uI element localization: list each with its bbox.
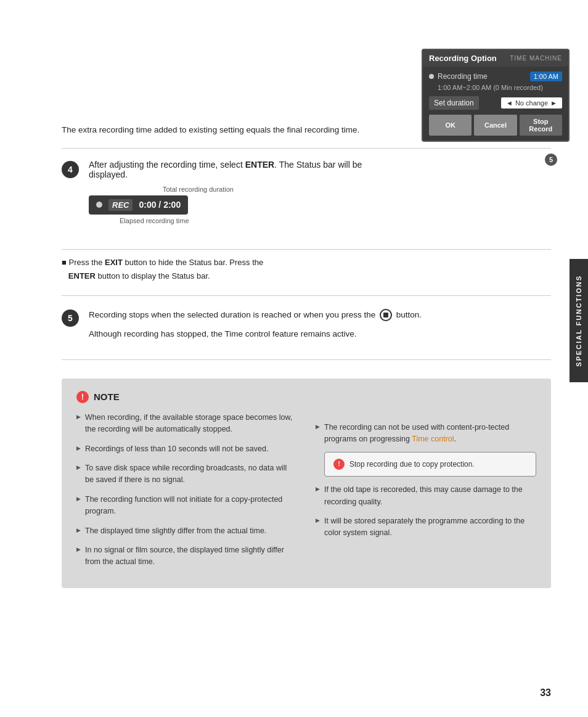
step5-line1: Recording stops when the selected durati… — [89, 308, 551, 322]
step-4-number: 4 — [62, 161, 79, 178]
page-number: 33 — [540, 687, 551, 699]
stop-warning-icon: ! — [333, 459, 345, 470]
status-bar-area: Total recording duration REC 0:00 / 2:00… — [89, 186, 397, 224]
cancel-button[interactable]: Cancel — [474, 115, 517, 136]
note-item-2: Recordings of less than 10 seconds will … — [76, 443, 297, 455]
note-item-6: In no signal or film source, the display… — [76, 544, 297, 568]
dialog-set-duration: Set duration ◄ No change ► — [429, 96, 562, 110]
note-left-list: When recording, if the available storage… — [76, 412, 297, 568]
note-right-item-1: The recording can not be used with conte… — [316, 422, 536, 477]
dialog-recording-time-row: Recording time 1:00 AM — [429, 72, 562, 81]
exit-note: ■ Press the EXIT button to hide the Stat… — [62, 256, 551, 296]
dialog-buttons: OK Cancel Stop Record — [429, 115, 562, 136]
note-icon: ! — [76, 391, 89, 403]
note-item-4: The recording function will not initiate… — [76, 494, 297, 518]
rec-label: REC — [108, 199, 133, 211]
note-right-list: The recording can not be used with conte… — [316, 422, 536, 539]
note-item-5: The displayed time slightly differ from … — [76, 525, 297, 537]
dialog-circle-badge: 5 — [545, 154, 557, 166]
page-container: SPECIAL FUNCTIONS The extra recording ti… — [0, 0, 588, 717]
stop-warning-text: Stop recording due to copy protection. — [349, 459, 475, 470]
no-change-control[interactable]: ◄ No change ► — [501, 97, 562, 109]
step-5-number: 5 — [62, 309, 79, 327]
note-section: ! NOTE When recording, if the available … — [62, 379, 551, 588]
rec-time-display: 0:00 / 2:00 — [139, 200, 181, 210]
note-left-col: ! NOTE When recording, if the available … — [76, 391, 297, 576]
exit-bullet: ■ — [62, 258, 68, 267]
set-duration-label: Set duration — [429, 96, 479, 110]
section-4-wrapper: 4 After adjusting the recording time, se… — [62, 160, 551, 250]
exit-bold: EXIT — [105, 258, 123, 267]
dialog-title: Recording Option — [429, 54, 497, 63]
note-right-item-3: It will be stored separately the program… — [316, 515, 536, 539]
dialog-body: Recording time 1:00 AM 1:00 AM~2:00 AM (… — [423, 67, 568, 141]
dialog-sub-text: 1:00 AM~2:00 AM (0 Min recorded) — [429, 84, 562, 91]
time-control-link[interactable]: Time control — [412, 435, 454, 443]
note-title: NOTE — [94, 391, 120, 402]
arrow-left-icon[interactable]: ◄ — [506, 99, 513, 107]
note-item-3: To save disk space while recording broad… — [76, 462, 297, 486]
note-item-1: When recording, if the available storage… — [76, 412, 297, 436]
main-content: The extra recording time added to existi… — [62, 0, 551, 588]
total-recording-label: Total recording duration — [163, 186, 397, 193]
dot-indicator — [429, 74, 434, 79]
note-right-col: The recording can not be used with conte… — [316, 391, 536, 576]
step5-line2: Although recording has stopped, the Time… — [89, 327, 551, 341]
note-header: ! NOTE — [76, 391, 297, 403]
rec-dot — [96, 202, 102, 208]
section-5: 5 Recording stops when the selected dura… — [62, 308, 551, 360]
ok-button[interactable]: OK — [429, 115, 472, 136]
dialog-header: Recording Option TIME MACHINE — [423, 50, 568, 67]
stop-warning-box: ! Stop recording due to copy protection. — [324, 452, 536, 477]
enter-bold-2: ENTER — [68, 271, 96, 281]
no-change-label: No change — [515, 99, 548, 107]
enter-bold: ENTER — [245, 160, 274, 170]
stop-record-button[interactable]: Stop Record — [520, 115, 562, 136]
status-bar: REC 0:00 / 2:00 — [89, 195, 188, 215]
sidebar-text: SPECIAL FUNCTIONS — [575, 275, 582, 367]
section-4-left: After adjusting the recording time, sele… — [89, 160, 397, 237]
sidebar-label: SPECIAL FUNCTIONS — [570, 259, 588, 382]
elapsed-label: Elapsed recording time — [120, 217, 397, 224]
step4-text: After adjusting the recording time, sele… — [89, 160, 397, 179]
arrow-right-icon[interactable]: ► — [550, 99, 557, 107]
note-right-item-2: If the old tape is recoreded, this may c… — [316, 484, 536, 508]
recording-option-dialog: Recording Option TIME MACHINE Recording … — [422, 49, 570, 142]
dialog-time-badge: 1:00 AM — [530, 72, 562, 81]
stop-button-icon — [380, 309, 392, 321]
dialog-badge: TIME MACHINE — [510, 55, 562, 62]
dialog-recording-time-label: Recording time — [429, 72, 488, 81]
section-5-content: Recording stops when the selected durati… — [89, 308, 551, 347]
